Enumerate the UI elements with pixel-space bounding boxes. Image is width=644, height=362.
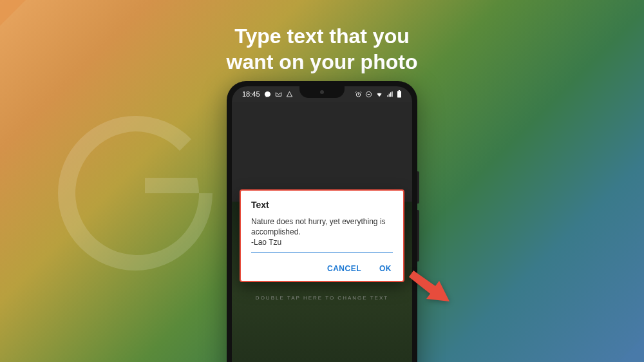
cancel-button[interactable]: CANCEL	[326, 262, 363, 276]
do-not-disturb-icon	[365, 91, 372, 98]
app-dim-overlay	[232, 102, 412, 202]
triangle-icon	[286, 91, 293, 98]
phone-frame: 18:45 DOUBLE TAP HERE TO CHANGE TEXT Tex…	[227, 81, 417, 362]
phone-power-button	[417, 171, 419, 204]
bg-triangle-tl	[0, 0, 26, 26]
phone-notch	[299, 86, 345, 98]
messenger-icon	[264, 91, 271, 98]
phone-screen: 18:45 DOUBLE TAP HERE TO CHANGE TEXT Tex…	[232, 86, 412, 362]
headline-line2: want on your photo	[227, 50, 418, 73]
ok-button[interactable]: OK	[378, 262, 393, 276]
google-g-watermark	[39, 97, 232, 290]
svg-rect-3	[399, 90, 400, 91]
instruction-headline: Type text that you want on your photo	[0, 23, 644, 75]
gmail-icon	[275, 91, 282, 98]
phone-volume-button	[417, 210, 419, 262]
headline-line1: Type text that you	[234, 24, 409, 48]
svg-rect-2	[397, 91, 401, 97]
status-time: 18:45	[242, 90, 260, 98]
battery-icon	[397, 90, 402, 98]
bg-triangle-br	[618, 336, 644, 362]
dialog-actions: CANCEL OK	[251, 262, 393, 276]
pointer-arrow-icon	[406, 269, 451, 307]
dialog-text-input[interactable]: Nature does not hurry, yet everything is…	[251, 216, 393, 251]
wifi-icon	[375, 91, 383, 98]
input-underline	[251, 252, 393, 252]
alarm-icon	[355, 91, 362, 98]
photo-hint-text: DOUBLE TAP HERE TO CHANGE TEXT	[256, 295, 388, 301]
signal-icon	[386, 91, 393, 98]
dialog-title: Text	[251, 200, 393, 210]
text-input-dialog: Text Nature does not hurry, yet everythi…	[240, 189, 404, 282]
